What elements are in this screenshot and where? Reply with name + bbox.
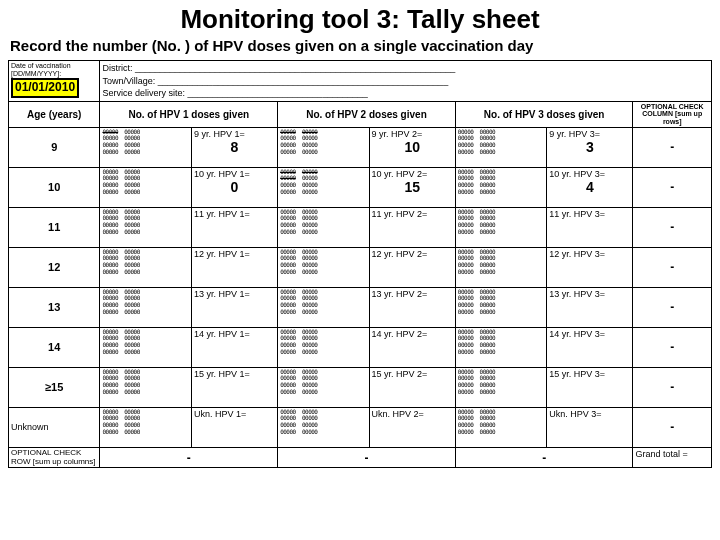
age-cell: 12 bbox=[9, 247, 100, 287]
tally-cell: 00000 0000000000 0000000000 0000000000 0… bbox=[455, 247, 546, 287]
result-cell: 9 yr. HPV 2=10 bbox=[369, 127, 455, 167]
result-cell: 11 yr. HPV 1= bbox=[191, 207, 277, 247]
page-subtitle: Record the number (No. ) of HPV doses gi… bbox=[0, 37, 720, 60]
result-cell: 15 yr. HPV 2= bbox=[369, 367, 455, 407]
district-label: District: ______________________________… bbox=[102, 63, 455, 73]
row-sum-cell: - bbox=[633, 287, 712, 327]
date-value: 01/01/2010 bbox=[11, 78, 79, 97]
result-cell: 15 yr. HPV 3= bbox=[547, 367, 633, 407]
age-header: Age (years) bbox=[9, 101, 100, 127]
age-cell: 9 bbox=[9, 127, 100, 167]
tally-cell: 00000 0000000000 0000000000 0000000000 0… bbox=[100, 167, 191, 207]
page-title: Monitoring tool 3: Tally sheet bbox=[0, 0, 720, 37]
tally-cell: 00000 0000000000 0000000000 0000000000 0… bbox=[278, 367, 369, 407]
result-cell: 11 yr. HPV 2= bbox=[369, 207, 455, 247]
row-sum-cell: - bbox=[633, 407, 712, 447]
row-sum-cell: - bbox=[633, 247, 712, 287]
age-cell: 10 bbox=[9, 167, 100, 207]
tally-cell: 00000 0000000000 0000000000 0000000000 0… bbox=[100, 247, 191, 287]
date-label: Date of vaccination [DD/MM/YYYY]: bbox=[11, 62, 71, 77]
result-cell: 13 yr. HPV 2= bbox=[369, 287, 455, 327]
tally-cell: 00000 0000000000 0000000000 0000000000 0… bbox=[278, 287, 369, 327]
tally-cell: 00000 0000000000 0000000000 0000000000 0… bbox=[455, 367, 546, 407]
age-cell: 13 bbox=[9, 287, 100, 327]
result-cell: Ukn. HPV 1= bbox=[191, 407, 277, 447]
tally-cell: 00000 0000000000 0000000000 0000000000 0… bbox=[455, 407, 546, 447]
dose1-header: No. of HPV 1 doses given bbox=[100, 101, 278, 127]
tally-cell: 00000 0000000000 0000000000 0000000000 0… bbox=[278, 247, 369, 287]
result-cell: 10 yr. HPV 2=15 bbox=[369, 167, 455, 207]
result-cell: Ukn. HPV 2= bbox=[369, 407, 455, 447]
row-sum-cell: - bbox=[633, 367, 712, 407]
tally-cell: 00000 0000000000 0000000000 0000000000 0… bbox=[278, 207, 369, 247]
result-cell: 14 yr. HPV 2= bbox=[369, 327, 455, 367]
tally-table: Date of vaccination [DD/MM/YYYY]: 01/01/… bbox=[8, 60, 712, 468]
tally-cell: 00000 0000000000 0000000000 0000000000 0… bbox=[100, 407, 191, 447]
tally-cell: 00000 0000000000 0000000000 0000000000 0… bbox=[278, 127, 369, 167]
row-sum-cell: - bbox=[633, 167, 712, 207]
age-cell: 11 bbox=[9, 207, 100, 247]
result-cell: 12 yr. HPV 1= bbox=[191, 247, 277, 287]
row-sum-cell: - bbox=[633, 327, 712, 367]
tally-cell: 00000 0000000000 0000000000 0000000000 0… bbox=[100, 367, 191, 407]
grand-total-cell: Grand total = bbox=[633, 447, 712, 468]
result-cell: 9 yr. HPV 1=8 bbox=[191, 127, 277, 167]
result-cell: 12 yr. HPV 2= bbox=[369, 247, 455, 287]
date-cell: Date of vaccination [DD/MM/YYYY]: 01/01/… bbox=[9, 61, 100, 102]
tally-cell: 00000 0000000000 0000000000 0000000000 0… bbox=[278, 407, 369, 447]
tally-cell: 00000 0000000000 0000000000 0000000000 0… bbox=[100, 127, 191, 167]
result-cell: 15 yr. HPV 1= bbox=[191, 367, 277, 407]
result-cell: 14 yr. HPV 3= bbox=[547, 327, 633, 367]
town-label: Town/Village: __________________________… bbox=[102, 76, 448, 86]
tally-cell: 00000 0000000000 0000000000 0000000000 0… bbox=[100, 327, 191, 367]
tally-cell: 00000 0000000000 0000000000 0000000000 0… bbox=[278, 327, 369, 367]
result-cell: 13 yr. HPV 3= bbox=[547, 287, 633, 327]
tally-cell: 00000 0000000000 0000000000 0000000000 0… bbox=[455, 127, 546, 167]
dose3-header: No. of HPV 3 doses given bbox=[455, 101, 633, 127]
result-cell: 10 yr. HPV 1=0 bbox=[191, 167, 277, 207]
location-cell: District: ______________________________… bbox=[100, 61, 712, 102]
row-sum-cell: - bbox=[633, 127, 712, 167]
service-label: Service delivery site: _________________… bbox=[102, 88, 367, 98]
tally-cell: 00000 0000000000 0000000000 0000000000 0… bbox=[455, 167, 546, 207]
sum-col1: - bbox=[100, 447, 278, 468]
dose2-header: No. of HPV 2 doses given bbox=[278, 101, 456, 127]
age-cell: ≥15 bbox=[9, 367, 100, 407]
row-sum-cell: - bbox=[633, 207, 712, 247]
age-cell: Unknown bbox=[9, 407, 100, 447]
tally-cell: 00000 0000000000 0000000000 0000000000 0… bbox=[100, 287, 191, 327]
age-cell: 14 bbox=[9, 327, 100, 367]
tally-cell: 00000 0000000000 0000000000 0000000000 0… bbox=[455, 327, 546, 367]
tally-cell: 00000 0000000000 0000000000 0000000000 0… bbox=[455, 287, 546, 327]
result-cell: 11 yr. HPV 3= bbox=[547, 207, 633, 247]
result-cell: 12 yr. HPV 3= bbox=[547, 247, 633, 287]
tally-cell: 00000 0000000000 0000000000 0000000000 0… bbox=[455, 207, 546, 247]
tally-cell: 00000 0000000000 0000000000 0000000000 0… bbox=[100, 207, 191, 247]
optional-col-header: OPTIONAL CHECK COLUMN [sum up rows] bbox=[633, 101, 712, 127]
sum-col3: - bbox=[455, 447, 633, 468]
result-cell: 13 yr. HPV 1= bbox=[191, 287, 277, 327]
tally-cell: 00000 0000000000 0000000000 0000000000 0… bbox=[278, 167, 369, 207]
result-cell: 14 yr. HPV 1= bbox=[191, 327, 277, 367]
result-cell: Ukn. HPV 3= bbox=[547, 407, 633, 447]
result-cell: 9 yr. HPV 3=3 bbox=[547, 127, 633, 167]
result-cell: 10 yr. HPV 3=4 bbox=[547, 167, 633, 207]
sum-col2: - bbox=[278, 447, 456, 468]
optional-row-header: OPTIONAL CHECK ROW [sum up columns] bbox=[9, 447, 100, 468]
